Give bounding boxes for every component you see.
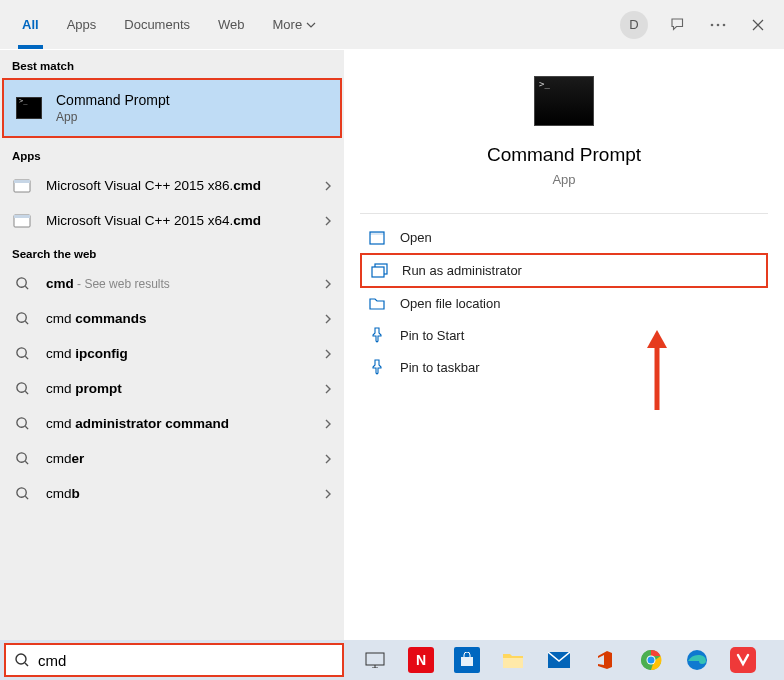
chrome-app-icon[interactable] <box>638 647 664 673</box>
search-web-header: Search the web <box>0 238 344 266</box>
pin-icon <box>368 327 386 343</box>
detail-title: Command Prompt <box>487 144 641 166</box>
action-open-file-location[interactable]: Open file location <box>360 288 768 319</box>
feedback-icon[interactable] <box>668 15 688 35</box>
search-box[interactable] <box>4 643 344 677</box>
svg-rect-6 <box>14 215 30 218</box>
netflix-app-icon[interactable]: N <box>408 647 434 673</box>
search-icon <box>12 486 32 501</box>
search-icon <box>12 416 32 431</box>
chevron-right-icon <box>324 180 332 192</box>
action-pin-to-start[interactable]: Pin to Start <box>360 319 768 351</box>
web-result[interactable]: cmd prompt <box>0 371 344 406</box>
detail-sub: App <box>552 172 575 187</box>
admin-icon <box>370 263 388 278</box>
divider <box>360 213 768 214</box>
command-prompt-large-icon <box>534 76 594 126</box>
chevron-right-icon <box>324 278 332 290</box>
svg-point-8 <box>16 313 25 322</box>
action-open[interactable]: Open <box>360 222 768 253</box>
best-match-header: Best match <box>0 50 344 78</box>
web-result[interactable]: cmd - See web results <box>0 266 344 301</box>
action-pin-to-taskbar[interactable]: Pin to taskbar <box>360 351 768 383</box>
folder-icon <box>368 297 386 310</box>
cmd-file-icon <box>12 214 32 228</box>
task-view-icon[interactable] <box>362 647 388 673</box>
svg-point-11 <box>16 418 25 427</box>
tab-documents[interactable]: Documents <box>110 0 204 49</box>
open-icon <box>368 231 386 245</box>
scope-tabs: All Apps Documents Web More <box>8 0 330 49</box>
office-app-icon[interactable] <box>592 647 618 673</box>
file-explorer-icon[interactable] <box>500 647 526 673</box>
svg-rect-15 <box>370 232 384 235</box>
web-result[interactable]: cmder <box>0 441 344 476</box>
svg-point-0 <box>711 23 714 26</box>
svg-point-1 <box>717 23 720 26</box>
search-input[interactable] <box>38 652 334 669</box>
web-result[interactable]: cmd ipconfig <box>0 336 344 371</box>
apps-header: Apps <box>0 140 344 168</box>
microsoft-store-icon[interactable] <box>454 647 480 673</box>
svg-rect-19 <box>366 653 384 665</box>
svg-point-13 <box>16 488 25 497</box>
web-result[interactable]: cmd administrator command <box>0 406 344 441</box>
more-options-icon[interactable] <box>708 15 728 35</box>
svg-rect-20 <box>461 657 473 666</box>
search-icon <box>14 652 30 668</box>
svg-rect-21 <box>503 658 523 668</box>
web-result[interactable]: cmdb <box>0 476 344 511</box>
tab-apps[interactable]: Apps <box>53 0 111 49</box>
chevron-right-icon <box>324 453 332 465</box>
arrow-annotation <box>645 330 669 410</box>
app-result[interactable]: Microsoft Visual C++ 2015 x64.cmd <box>0 203 344 238</box>
command-prompt-icon <box>16 97 42 119</box>
svg-point-10 <box>16 383 25 392</box>
search-icon <box>12 346 32 361</box>
taskbar: N <box>0 640 784 680</box>
svg-point-18 <box>16 654 26 664</box>
best-match-title: Command Prompt <box>56 92 170 108</box>
vivaldi-app-icon[interactable] <box>730 647 756 673</box>
best-match-sub: App <box>56 110 170 124</box>
tab-all[interactable]: All <box>8 0 53 49</box>
results-panel: Best match Command Prompt App Apps Micro… <box>0 50 344 640</box>
search-icon <box>12 381 32 396</box>
search-icon <box>12 276 32 291</box>
search-icon <box>12 451 32 466</box>
action-run-as-admin[interactable]: Run as administrator <box>360 253 768 288</box>
tab-more[interactable]: More <box>259 0 331 49</box>
close-icon[interactable] <box>748 15 768 35</box>
app-result[interactable]: Microsoft Visual C++ 2015 x86.cmd <box>0 168 344 203</box>
cmd-file-icon <box>12 179 32 193</box>
svg-rect-17 <box>372 267 384 277</box>
search-icon <box>12 311 32 326</box>
best-match-result[interactable]: Command Prompt App <box>2 78 342 138</box>
chevron-right-icon <box>324 215 332 227</box>
web-result[interactable]: cmd commands <box>0 301 344 336</box>
svg-point-7 <box>16 278 25 287</box>
svg-rect-4 <box>14 180 30 183</box>
pin-icon <box>368 359 386 375</box>
edge-app-icon[interactable] <box>684 647 710 673</box>
svg-point-12 <box>16 453 25 462</box>
chevron-right-icon <box>324 348 332 360</box>
svg-point-2 <box>723 23 726 26</box>
mail-app-icon[interactable] <box>546 647 572 673</box>
top-bar: All Apps Documents Web More D <box>0 0 784 50</box>
svg-point-26 <box>648 657 655 664</box>
chevron-right-icon <box>324 418 332 430</box>
tab-web[interactable]: Web <box>204 0 259 49</box>
svg-point-9 <box>16 348 25 357</box>
detail-panel: Command Prompt App Open Run as administr… <box>344 50 784 640</box>
chevron-right-icon <box>324 313 332 325</box>
chevron-right-icon <box>324 488 332 500</box>
avatar[interactable]: D <box>620 11 648 39</box>
chevron-right-icon <box>324 383 332 395</box>
